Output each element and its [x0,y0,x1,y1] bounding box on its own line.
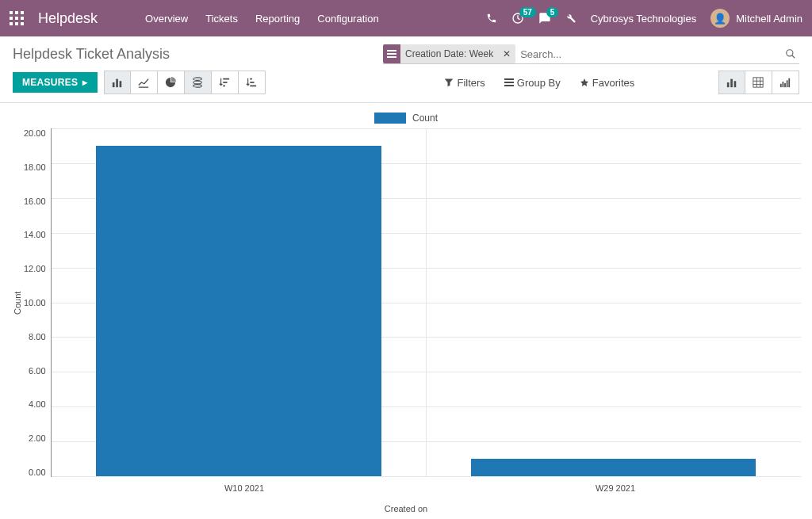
chart-legend: Count [11,113,801,124]
messages-icon[interactable]: 5 [538,12,551,25]
search-icon[interactable] [782,48,799,59]
menu-configuration[interactable]: Configuration [317,13,378,25]
svg-rect-31 [785,83,787,87]
measures-label: MEASURES [22,77,78,88]
x-axis-title: Created on [11,504,801,513]
messages-badge: 5 [546,7,559,17]
svg-rect-23 [734,81,737,87]
groupby-button[interactable]: Group By [504,77,561,89]
toolbar: MEASURES ▸ Filters Group By [0,71,812,103]
y-tick: 20.00 [24,128,46,138]
plot-wrap: Count 20.00 18.00 16.00 14.00 12.00 10.0… [11,128,801,477]
menu-tickets[interactable]: Tickets [205,13,238,25]
menu-overview[interactable]: Overview [145,13,188,25]
gridline [52,476,801,477]
svg-rect-6 [113,82,115,87]
y-tick: 6.00 [29,366,45,376]
filters-button[interactable]: Filters [444,77,485,89]
gridline [52,128,801,129]
groupby-facet-icon [383,44,400,63]
page-title: Helpdesk Ticket Analysis [13,46,170,63]
svg-rect-24 [753,78,763,87]
view-switcher [718,71,799,94]
favorites-button[interactable]: Favorites [580,77,634,89]
y-tick: 4.00 [29,399,45,409]
x-tick: W10 2021 [59,477,430,493]
search-bar: Creation Date: Week ✕ [383,44,799,64]
svg-rect-2 [387,53,396,55]
svg-line-5 [792,55,795,59]
svg-rect-13 [223,82,227,83]
avatar: 👤 [710,9,730,28]
menu-reporting[interactable]: Reporting [255,13,300,25]
search-panel-tools: Filters Group By Favorites [444,77,634,89]
phone-icon[interactable] [486,13,497,24]
svg-rect-3 [387,56,396,58]
svg-rect-1 [387,50,396,52]
control-bar: Helpdesk Ticket Analysis Creation Date: … [0,36,812,71]
svg-rect-8 [119,81,121,87]
svg-rect-33 [789,78,791,87]
y-tick: 8.00 [29,332,45,342]
sort-desc-icon[interactable] [212,71,239,94]
svg-rect-32 [787,80,788,87]
y-tick: 18.00 [24,162,46,172]
svg-rect-16 [250,82,254,83]
activity-badge: 57 [519,7,536,17]
top-nav: Helpdesk Overview Tickets Reporting Conf… [0,0,812,36]
filters-label: Filters [457,77,485,89]
svg-rect-29 [780,84,782,87]
app-brand[interactable]: Helpdesk [38,10,98,27]
sort-asc-icon[interactable] [239,71,266,94]
pie-chart-icon[interactable] [158,71,185,94]
svg-point-10 [193,81,202,84]
pivot-view-icon[interactable] [745,71,772,94]
y-tick: 16.00 [24,197,46,206]
chart-area: Count Count 20.00 18.00 16.00 14.00 12.0… [0,103,812,513]
tools-icon[interactable] [565,13,576,24]
svg-rect-17 [250,86,256,87]
measures-button[interactable]: MEASURES ▸ [13,72,98,93]
line-chart-icon[interactable] [131,71,158,94]
x-axis: W10 2021 W29 2021 [59,477,801,493]
topnav-right: 57 5 Cybrosys Technologies 👤 Mitchell Ad… [486,9,802,28]
user-menu[interactable]: 👤 Mitchell Admin [710,9,802,28]
activity-icon[interactable]: 57 [511,12,524,25]
y-tick: 14.00 [24,230,46,239]
search-facet: Creation Date: Week ✕ [383,44,515,63]
caret-right-icon: ▸ [82,77,87,88]
svg-rect-15 [250,78,252,80]
svg-rect-21 [727,82,730,87]
legend-label: Count [412,113,438,124]
groupby-label: Group By [517,77,561,89]
facet-close-icon[interactable]: ✕ [498,48,515,59]
svg-rect-14 [223,86,225,87]
svg-point-9 [193,78,202,81]
apps-icon[interactable] [10,11,24,25]
company-switcher[interactable]: Cybrosys Technologies [591,13,696,25]
y-tick: 2.00 [29,433,45,443]
y-tick: 12.00 [24,264,46,273]
svg-point-4 [787,50,793,56]
favorites-label: Favorites [592,77,634,89]
y-axis-title: Count [11,128,24,477]
graph-view-icon[interactable] [718,71,745,94]
svg-rect-22 [730,79,733,88]
plot [51,128,801,477]
facet-label: Creation Date: Week [400,48,498,59]
user-name: Mitchell Admin [736,13,802,25]
svg-rect-18 [504,78,514,80]
bar[interactable] [471,459,756,476]
bar-chart-icon[interactable] [104,71,131,94]
stacked-icon[interactable] [185,71,212,94]
search-input[interactable] [515,45,782,63]
y-axis: 20.00 18.00 16.00 14.00 12.00 10.00 8.00… [24,128,51,477]
svg-rect-7 [116,79,118,88]
chart-type-toggles [104,71,266,94]
y-tick: 0.00 [29,467,45,477]
cohort-view-icon[interactable] [772,71,799,94]
bar[interactable] [96,146,381,476]
svg-rect-30 [783,82,784,87]
svg-point-11 [193,85,202,88]
svg-rect-19 [504,82,514,83]
